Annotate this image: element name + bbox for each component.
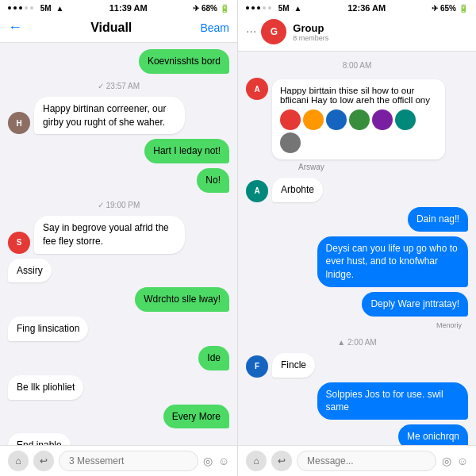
bubble-incoming: Assiry [8, 259, 52, 283]
left-nav-title: Viduall [22, 21, 200, 35]
msg-row: Assiry [8, 259, 229, 283]
msg-row: Deply Ware jnttratay! [246, 292, 468, 317]
bubble-outgoing: No! [197, 168, 229, 193]
msg-row: A Happy birttain thise sil how to our bf… [246, 76, 468, 173]
group-avatar-item [280, 132, 301, 153]
msg-row: End inable [8, 433, 229, 445]
bubble-outgoing-blue: Dain nag‼ [408, 207, 468, 232]
signal-dot-4 [25, 6, 28, 10]
avatar: S [8, 232, 30, 254]
bubble-outgoing: Koevnisshts bord [139, 49, 229, 74]
msg-row: Me onichrqn [246, 424, 468, 445]
right-status-carrier: 5M ▲ [246, 4, 301, 13]
right-home-icon[interactable]: ⌂ [246, 451, 267, 471]
msg-row: Ide [8, 346, 229, 370]
bubble-outgoing-blue: Deysi can you life up go who to ever hus… [317, 236, 468, 287]
msg-row: H Happy birtinan correener, our girby yo… [8, 97, 229, 135]
timestamp: 8:00 AM [246, 61, 468, 70]
right-battery: ✈ 65% 🔋 [432, 4, 468, 13]
msg-row: Dain nag‼ [246, 207, 468, 232]
smiley-icon[interactable]: ☺ [218, 451, 229, 470]
group-message-text: Happy birttain thise sil how to our bfli… [280, 86, 437, 105]
group-avatar-item [326, 109, 347, 130]
timestamp: ▲ 2:00 AM [246, 338, 468, 347]
group-avatar-item [303, 109, 324, 130]
bubble-outgoing-blue: Me onichrqn [398, 424, 468, 445]
bubble-outgoing-blue: Solppies Jos to for use. swil same [317, 382, 468, 420]
group-message-card: Happy birttain thise sil how to our bfli… [272, 79, 445, 159]
msg-row: Every More [8, 405, 229, 429]
msg-row: Deysi can you life up go who to ever hus… [246, 236, 468, 287]
avatar: A [246, 180, 268, 202]
camera-icon[interactable]: ◎ [203, 451, 213, 470]
signal-dot-2 [13, 6, 17, 10]
left-phone: 5M ▲ 11:39 AM ✈ 68% 🔋 ← Viduall Beam Koe… [0, 0, 238, 476]
sender-right: Menoriy [246, 321, 468, 329]
right-back-icon[interactable]: ↩ [271, 451, 292, 471]
home-icon[interactable]: ⌂ [8, 451, 29, 471]
timestamp: ✓ 23:57 AM [8, 82, 229, 90]
msg-row: Fing linsication [8, 317, 229, 341]
left-status-carrier: 5M ▲ [8, 4, 63, 13]
msg-row: A Arbohte [246, 178, 468, 202]
left-carrier-text: 5M [40, 4, 52, 13]
timestamp: ✓ 19:00 PM [8, 201, 229, 209]
rsignal-5 [268, 6, 271, 10]
left-input-bar: ⌂ ↩ ◎ ☺ [0, 445, 237, 476]
bubble-incoming: Happy birtinan correener, our girby you … [34, 97, 185, 135]
group-avatar-item [395, 109, 416, 130]
right-nav-avatar: G [261, 19, 286, 44]
left-back-button[interactable]: ← [8, 19, 22, 36]
bubble-outgoing-blue: Deply Ware jnttratay! [362, 292, 468, 317]
right-camera-icon[interactable]: ◎ [441, 451, 452, 470]
group-avatar-item [280, 109, 301, 130]
left-nav-bar: ← Viduall Beam [0, 14, 237, 43]
bubble-incoming: End inable [8, 433, 71, 445]
left-nav-action[interactable]: Beam [200, 21, 229, 34]
left-time: 11:39 AM [109, 3, 148, 13]
signal-dot-3 [19, 6, 22, 10]
right-nav-title: Group [293, 22, 328, 34]
bubble-incoming: Say in begrove youal afrid the fee fley … [34, 216, 185, 254]
bubble-incoming: Fincle [272, 353, 315, 378]
bubble-outgoing: Hart I leday not! [144, 139, 229, 163]
left-messages-area: Koevnisshts bord ✓ 23:57 AM H Happy birt… [0, 43, 237, 445]
right-smiley-icon[interactable]: ☺ [457, 451, 468, 470]
back-icon[interactable]: ↩ [33, 451, 54, 471]
right-nav-bar: ··· G Group 8 members [238, 14, 476, 52]
group-avatar-item [372, 109, 393, 130]
rsignal-1 [246, 6, 249, 10]
right-status-bar: 5M ▲ 12:36 AM ✈ 65% 🔋 [238, 0, 476, 14]
sender-name: Arsway [298, 163, 445, 171]
avatar: H [8, 112, 30, 134]
bubble-incoming: Arbohte [272, 178, 323, 202]
right-carrier-text: 5M [278, 4, 290, 13]
left-message-input[interactable] [59, 451, 198, 471]
signal-dot-5 [30, 6, 33, 10]
msg-row: Be llk pliohliet [8, 375, 229, 400]
right-message-input[interactable] [297, 451, 436, 471]
left-back-icon: ← [8, 19, 22, 36]
msg-row: Hart I leday not! [8, 139, 229, 163]
bubble-incoming: Fing linsication [8, 317, 88, 341]
group-avatars [280, 109, 437, 153]
avatar: F [246, 355, 268, 378]
msg-row: F Fincle [246, 353, 468, 378]
menu-dots-icon[interactable]: ··· [246, 25, 256, 39]
right-input-bar: ⌂ ↩ ◎ ☺ [238, 445, 476, 476]
left-status-bar: 5M ▲ 11:39 AM ✈ 68% 🔋 [0, 0, 237, 14]
rsignal-2 [251, 6, 255, 10]
bubble-incoming: Be llk pliohliet [8, 375, 83, 400]
right-nav-subtitle: 8 members [293, 34, 328, 42]
right-time: 12:36 AM [347, 3, 386, 13]
signal-dot-1 [8, 6, 11, 10]
msg-row: No! [8, 168, 229, 193]
bubble-outgoing: Every More [163, 405, 229, 429]
left-battery: ✈ 68% 🔋 [193, 4, 229, 13]
msg-row: Wdrchto slle lway! [8, 287, 229, 312]
bubble-outgoing: Ide [198, 346, 229, 370]
msg-row: S Say in begrove youal afrid the fee fle… [8, 216, 229, 254]
avatar: A [246, 78, 268, 100]
group-avatar-item [349, 109, 370, 130]
right-messages-area: 8:00 AM A Happy birttain thise sil how t… [238, 52, 476, 445]
